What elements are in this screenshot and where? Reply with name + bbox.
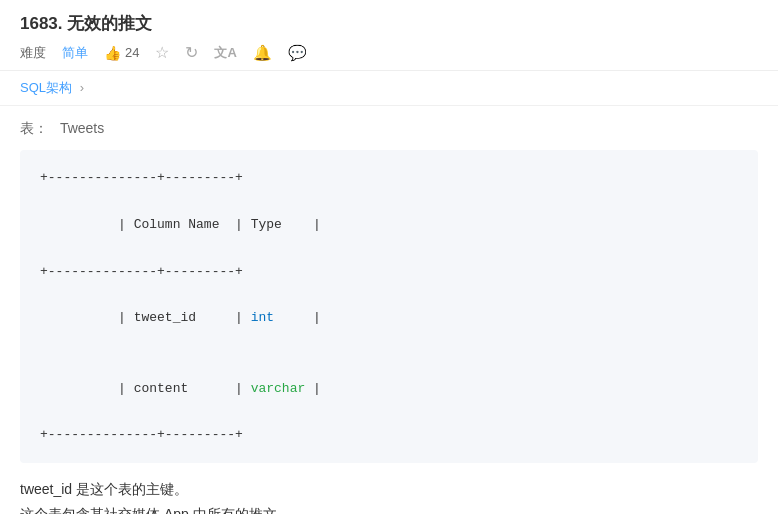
- col-content: content: [134, 381, 235, 396]
- table-prefix: 表：: [20, 120, 48, 136]
- refresh-icon[interactable]: ↻: [185, 43, 198, 62]
- schema-pipe2: |: [235, 217, 251, 232]
- schema-border-bot: +--------------+---------+: [40, 423, 738, 446]
- translate-icon[interactable]: 文A: [214, 44, 236, 62]
- like-icon[interactable]: 👍: [104, 45, 121, 61]
- col-type-int: int: [251, 310, 313, 325]
- page-container: 1683. 无效的推文 难度 简单 👍 24 ☆ ↻ 文A 🔔 💬 SQL架构 …: [0, 0, 778, 514]
- schema-table: +--------------+---------+ | Column Name…: [40, 166, 738, 447]
- col-type-varchar: varchar: [251, 381, 313, 396]
- problem-name: 无效的推文: [67, 14, 152, 33]
- chat-icon[interactable]: 💬: [288, 44, 307, 62]
- schema-pipe5: |: [235, 310, 251, 325]
- header-section: 1683. 无效的推文 难度 简单 👍 24 ☆ ↻ 文A 🔔 💬: [0, 0, 778, 71]
- schema-border-mid: +--------------+---------+: [40, 260, 738, 283]
- desc-line1: tweet_id 是这个表的主键。: [20, 477, 758, 502]
- schema-border-top: +--------------+---------+: [40, 166, 738, 189]
- schema-pipe9: |: [313, 381, 321, 396]
- problem-number: 1683.: [20, 14, 63, 33]
- col-tweet-id: tweet_id: [134, 310, 235, 325]
- col-type-header: Type: [251, 217, 313, 232]
- schema-pipe1: |: [118, 217, 134, 232]
- like-section: 👍 24: [104, 45, 139, 61]
- like-count-value: 24: [125, 45, 139, 60]
- table-name: Tweets: [60, 120, 104, 136]
- problem-title: 1683. 无效的推文: [20, 12, 758, 35]
- star-icon[interactable]: ☆: [155, 43, 169, 62]
- bell-icon[interactable]: 🔔: [253, 44, 272, 62]
- table-label: 表： Tweets: [20, 120, 758, 138]
- schema-pipe6: |: [313, 310, 321, 325]
- schema-container: +--------------+---------+ | Column Name…: [20, 150, 758, 463]
- description-block: tweet_id 是这个表的主键。 这个表包含某社交媒体 App 中所有的推文。: [20, 477, 758, 514]
- desc-line2: 这个表包含某社交媒体 App 中所有的推文。: [20, 502, 758, 514]
- schema-pipe4: |: [118, 310, 134, 325]
- breadcrumb-item[interactable]: SQL架构: [20, 80, 72, 95]
- schema-header: | Column Name | Type |: [40, 189, 738, 259]
- schema-row2: | content | varchar |: [40, 353, 738, 423]
- content-section: 表： Tweets +--------------+---------+ | C…: [0, 106, 778, 514]
- difficulty-value: 简单: [62, 44, 88, 62]
- col-name-header: Column Name: [134, 217, 235, 232]
- meta-row: 难度 简单 👍 24 ☆ ↻ 文A 🔔 💬: [20, 43, 758, 62]
- breadcrumb: SQL架构 ›: [0, 71, 778, 106]
- schema-row1: | tweet_id | int |: [40, 283, 738, 353]
- difficulty-label: 难度: [20, 44, 46, 62]
- schema-pipe7: |: [118, 381, 134, 396]
- schema-pipe8: |: [235, 381, 251, 396]
- breadcrumb-separator: ›: [80, 80, 84, 95]
- schema-pipe3: |: [313, 217, 321, 232]
